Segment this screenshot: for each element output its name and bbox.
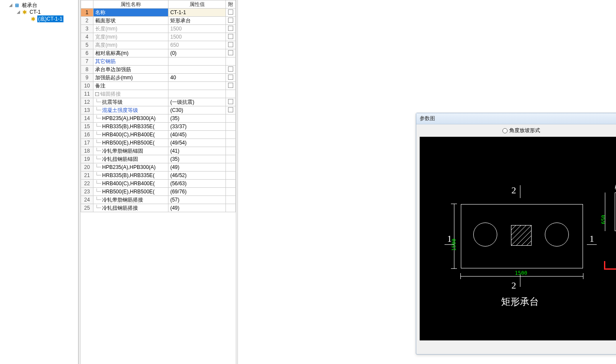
property-value[interactable]: (49)	[168, 204, 226, 212]
property-name[interactable]: └─HRB500(E),HRB500E(	[93, 139, 168, 147]
checkbox-icon[interactable]	[228, 83, 233, 88]
property-name[interactable]: └─HRB500(E),HRB500E(	[93, 188, 168, 196]
property-row[interactable]: 24└─冷轧带肋钢筋搭接(57)	[81, 196, 236, 204]
property-value[interactable]: 1500	[168, 33, 226, 41]
property-value[interactable]: (46/52)	[168, 171, 226, 180]
property-row[interactable]: 19└─冷轧扭钢筋锚固(35)	[81, 155, 236, 163]
row-number[interactable]: 21	[81, 171, 93, 180]
property-row[interactable]: 2截面形状矩形承台	[81, 17, 236, 25]
attach-cell[interactable]	[226, 204, 236, 212]
row-number[interactable]: 6	[81, 49, 93, 57]
property-name[interactable]: └─HRB335(B),HRB335E(	[93, 171, 168, 180]
property-value[interactable]: CT-1-1	[168, 9, 226, 17]
row-number[interactable]: 2	[81, 17, 93, 25]
checkbox-icon[interactable]	[228, 34, 233, 39]
row-number[interactable]: 10	[81, 82, 93, 90]
checkbox-icon[interactable]	[228, 99, 233, 104]
property-value[interactable]: (57)	[168, 196, 226, 204]
property-name[interactable]: └─冷轧扭钢筋搭接	[93, 204, 168, 212]
property-row[interactable]: 25└─冷轧扭钢筋搭接(49)	[81, 204, 236, 212]
attach-cell[interactable]	[226, 74, 236, 82]
property-value[interactable]: (C30)	[168, 106, 226, 114]
property-value[interactable]: (35)	[168, 114, 226, 123]
tree-node-child2[interactable]: ◢ ✱ (底)CT-1-1	[2, 15, 78, 22]
attach-cell[interactable]	[226, 33, 236, 41]
attach-cell[interactable]	[226, 41, 236, 49]
tree-node-root[interactable]: ◢ ⊞ 桩承台	[2, 2, 78, 9]
row-number[interactable]: 18	[81, 147, 93, 155]
checkbox-icon[interactable]	[228, 26, 233, 31]
attach-cell[interactable]	[226, 196, 236, 204]
property-name[interactable]: 名称	[93, 9, 168, 17]
property-name[interactable]: └─HRB400(C),HRB400E(	[93, 131, 168, 139]
property-value[interactable]: 650	[168, 41, 226, 49]
row-number[interactable]: 16	[81, 131, 93, 139]
attach-cell[interactable]	[226, 147, 236, 155]
header-value[interactable]: 属性值	[168, 0, 226, 9]
property-value[interactable]: 矩形承台	[168, 17, 226, 25]
row-number[interactable]: 13	[81, 106, 93, 114]
attach-cell[interactable]	[226, 57, 236, 66]
property-name[interactable]: └─HPB235(A),HPB300(A)	[93, 163, 168, 171]
checkbox-icon[interactable]	[228, 75, 233, 80]
property-name[interactable]: └─混凝土强度等级	[93, 106, 168, 114]
diagram-canvas[interactable]: 2 2 1 1 1500 1500 矩形承台	[420, 137, 616, 340]
property-name[interactable]: 承台单边加强筋	[93, 66, 168, 74]
property-name[interactable]: └─冷轧扭钢筋锚固	[93, 155, 168, 163]
radio-angle-slope[interactable]: 角度放坡形式	[502, 127, 540, 134]
property-value[interactable]: (56/63)	[168, 180, 226, 188]
checkbox-icon[interactable]	[228, 107, 233, 112]
property-row[interactable]: 8承台单边加强筋	[81, 66, 236, 74]
attach-cell[interactable]	[226, 66, 236, 74]
property-row[interactable]: 18└─冷轧带肋钢筋锚固(41)	[81, 147, 236, 155]
property-value[interactable]	[168, 82, 226, 90]
property-row[interactable]: 14└─HPB235(A),HPB300(A)(35)	[81, 114, 236, 123]
property-value[interactable]: (49/54)	[168, 139, 226, 147]
property-name[interactable]: 备注	[93, 82, 168, 90]
property-value[interactable]: (40/45)	[168, 131, 226, 139]
row-number[interactable]: 22	[81, 180, 93, 188]
property-name[interactable]: └─抗震等级	[93, 98, 168, 106]
attach-cell[interactable]	[226, 17, 236, 25]
row-number[interactable]: 15	[81, 123, 93, 131]
property-name[interactable]: └─HPB235(A),HPB300(A)	[93, 114, 168, 123]
property-row[interactable]: 12└─抗震等级(一级抗震)	[81, 98, 236, 106]
property-row[interactable]: 10备注	[81, 82, 236, 90]
property-name[interactable]: └─冷轧带肋钢筋搭接	[93, 196, 168, 204]
tree-node-child1[interactable]: ◢ ✱ CT-1	[2, 9, 78, 15]
attach-cell[interactable]	[226, 163, 236, 171]
property-value[interactable]: (0)	[168, 49, 226, 57]
header-attach[interactable]: 附	[226, 0, 236, 9]
row-number[interactable]: 4	[81, 33, 93, 41]
row-number[interactable]: 24	[81, 196, 93, 204]
row-number[interactable]: 5	[81, 41, 93, 49]
attach-cell[interactable]	[226, 171, 236, 180]
row-number[interactable]: 8	[81, 66, 93, 74]
row-number[interactable]: 20	[81, 163, 93, 171]
checkbox-icon[interactable]	[228, 42, 233, 47]
row-number[interactable]: 14	[81, 114, 93, 123]
row-number[interactable]: 23	[81, 188, 93, 196]
property-row[interactable]: 7其它钢筋	[81, 57, 236, 66]
property-name[interactable]: 宽度(mm)	[93, 33, 168, 41]
collapse-icon[interactable]: -	[95, 92, 99, 96]
row-number[interactable]: 25	[81, 204, 93, 212]
property-name[interactable]: 截面形状	[93, 17, 168, 25]
attach-cell[interactable]	[226, 131, 236, 139]
property-name[interactable]: └─HRB400(C),HRB400E(	[93, 180, 168, 188]
property-row[interactable]: 20└─HPB235(A),HPB300(A)(49)	[81, 163, 236, 171]
property-row[interactable]: 4宽度(mm)1500	[81, 33, 236, 41]
checkbox-icon[interactable]	[228, 18, 233, 23]
property-row[interactable]: 16└─HRB400(C),HRB400E((40/45)	[81, 131, 236, 139]
property-row[interactable]: 21└─HRB335(B),HRB335E((46/52)	[81, 171, 236, 180]
property-value[interactable]: (49)	[168, 163, 226, 171]
row-number[interactable]: 7	[81, 57, 93, 66]
property-name[interactable]: -锚固搭接	[93, 90, 168, 98]
property-value[interactable]: 1500	[168, 25, 226, 33]
property-value[interactable]: (一级抗震)	[168, 98, 226, 106]
attach-cell[interactable]	[226, 82, 236, 90]
row-number[interactable]: 11	[81, 90, 93, 98]
attach-cell[interactable]	[226, 49, 236, 57]
component-tree[interactable]: ◢ ⊞ 桩承台 ◢ ✱ CT-1 ◢ ✱ (底)CT-1-1	[0, 0, 78, 364]
property-name[interactable]: 加强筋起步(mm)	[93, 74, 168, 82]
